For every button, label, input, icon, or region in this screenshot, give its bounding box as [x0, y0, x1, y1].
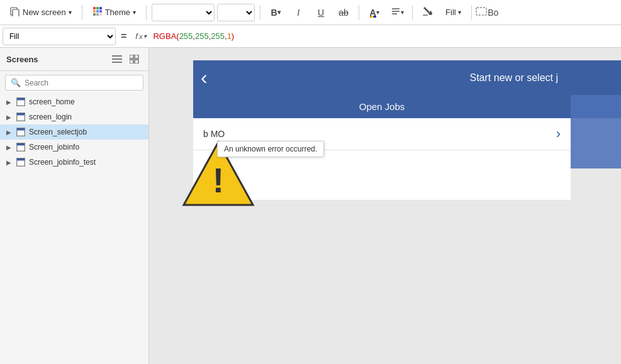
screen-list: ▶ screen_home ▶ screen_login ▶ — [0, 94, 148, 364]
new-screen-icon — [10, 6, 20, 18]
bold-label: B — [271, 8, 277, 18]
equals-sign: = — [116, 31, 131, 42]
svg-rect-15 — [476, 8, 486, 15]
paint-icon — [422, 6, 434, 19]
canvas-area: ‹ Start new or select j Open Jobs b MO › — [149, 48, 621, 364]
font-color-icon: A — [370, 8, 376, 18]
app-list-chevron-icon: › — [556, 126, 561, 142]
font-color-button[interactable]: A ▾ — [364, 4, 384, 21]
list-item[interactable]: ▶ Screen_jobinfo — [0, 140, 148, 155]
rgba-prefix: RGBA( — [153, 31, 179, 41]
divider-2 — [146, 5, 147, 20]
strikethrough-button[interactable]: ab — [333, 4, 354, 21]
screen-name: Screen_selectjob — [29, 128, 87, 136]
list-view-button[interactable] — [109, 52, 125, 67]
fill-dropdown-icon: ▾ — [458, 9, 461, 16]
search-box: 🔍 — [5, 75, 143, 91]
search-input[interactable] — [25, 79, 138, 87]
app-right-content — [571, 118, 621, 168]
list-item[interactable]: ▶ Screen_selectjob — [0, 124, 148, 140]
screen-thumbnail-icon — [16, 143, 25, 152]
svg-rect-4 — [99, 7, 102, 9]
rgba-b: 255 — [211, 31, 225, 41]
fx-button[interactable]: f x ▾ — [131, 31, 150, 41]
svg-rect-1 — [13, 9, 19, 16]
font-family-select[interactable] — [152, 4, 215, 21]
app-section-title: Open Jobs — [359, 101, 405, 112]
rgba-a: 1 — [227, 31, 232, 41]
svg-rect-32 — [17, 158, 25, 160]
svg-rect-9 — [96, 13, 99, 16]
italic-label: I — [297, 8, 299, 18]
warning-container: An unknown error occurred. ! — [181, 136, 256, 214]
border-icon — [475, 6, 488, 18]
font-size-select[interactable] — [217, 4, 255, 21]
underline-button[interactable]: U — [311, 4, 331, 21]
new-screen-label: New screen — [23, 8, 66, 17]
sidebar: Screens — [0, 48, 149, 364]
svg-rect-7 — [99, 10, 102, 13]
rgba-g: 255 — [195, 31, 209, 41]
bold-dropdown-icon: ▾ — [277, 9, 281, 16]
new-screen-dropdown-icon: ▾ — [69, 9, 72, 16]
divider-6 — [471, 5, 472, 20]
app-header-title: Start new or select j — [218, 72, 563, 84]
svg-rect-28 — [17, 128, 25, 130]
svg-rect-19 — [130, 55, 133, 58]
fx-label: f — [135, 31, 138, 41]
strikethrough-label: ab — [338, 8, 349, 18]
bold-button[interactable]: B ▾ — [266, 4, 286, 21]
theme-label: Theme — [105, 8, 130, 17]
property-select[interactable]: Fill — [3, 28, 116, 45]
sidebar-title: Screens — [6, 55, 38, 64]
rgba-suffix: ) — [232, 31, 234, 41]
list-item[interactable]: ▶ screen_home — [0, 94, 148, 109]
border-button[interactable]: Bo — [477, 4, 497, 21]
paint-button[interactable] — [418, 4, 438, 21]
app-right-panel — [571, 60, 621, 168]
list-item[interactable]: ▶ Screen_jobinfo_test — [0, 155, 148, 170]
screen-thumbnail-icon — [16, 128, 25, 136]
sidebar-view-icons — [109, 52, 142, 67]
new-screen-button[interactable]: New screen ▾ — [5, 4, 77, 21]
align-button[interactable]: ▾ — [387, 4, 407, 21]
screen-thumbnail-icon — [16, 97, 25, 106]
svg-rect-8 — [93, 13, 96, 16]
svg-rect-24 — [17, 98, 25, 100]
list-item[interactable]: ▶ screen_login — [0, 109, 148, 124]
fill-label: Fill — [445, 8, 456, 17]
screen-name: screen_home — [29, 97, 75, 106]
expand-icon: ▶ — [5, 128, 13, 136]
grid-view-button[interactable] — [127, 52, 142, 67]
main-toolbar: New screen ▾ Theme ▾ — [0, 0, 621, 25]
app-right-jobs-header — [571, 95, 621, 118]
screen-thumbnail-icon — [16, 158, 25, 167]
expand-icon: ▶ — [5, 143, 13, 151]
align-dropdown-icon: ▾ — [401, 9, 404, 16]
border-label: Bo — [488, 8, 498, 18]
formula-bar: Fill = f x ▾ RGBA(255,255,255,1) — [0, 25, 621, 48]
font-color-dropdown-icon: ▾ — [376, 9, 379, 16]
italic-button[interactable]: I — [288, 4, 308, 21]
theme-button[interactable]: Theme ▾ — [87, 4, 141, 21]
rgba-r: 255 — [179, 31, 193, 41]
expand-icon: ▶ — [5, 158, 13, 166]
expand-icon: ▶ — [5, 113, 13, 121]
formula-value: RGBA(255,255,255,1) — [150, 31, 618, 41]
svg-rect-21 — [130, 60, 133, 63]
app-section-header: Open Jobs — [193, 95, 571, 118]
svg-rect-30 — [17, 143, 25, 145]
svg-rect-2 — [93, 7, 96, 9]
back-button[interactable]: ‹ — [201, 67, 208, 88]
main-layout: Screens — [0, 48, 621, 364]
fx-x-label: x — [139, 33, 143, 40]
svg-rect-14 — [423, 14, 428, 16]
align-icon — [391, 6, 401, 18]
fill-button[interactable]: Fill ▾ — [440, 5, 466, 19]
theme-icon — [92, 6, 103, 18]
svg-rect-10 — [99, 13, 102, 16]
sidebar-header: Screens — [0, 48, 148, 71]
app-list-item-text: b MO — [203, 129, 556, 139]
back-arrow-icon: ‹ — [201, 66, 208, 89]
search-icon: 🔍 — [11, 78, 21, 87]
